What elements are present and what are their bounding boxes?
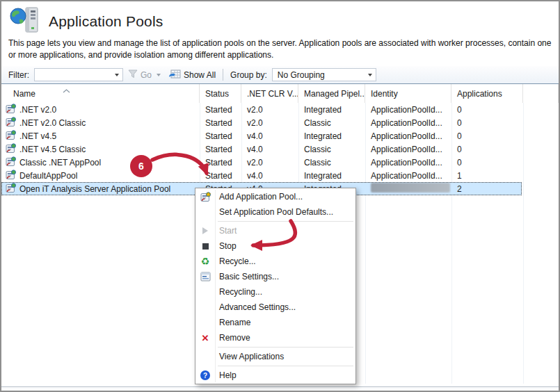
menu-item-label: Rename: [219, 318, 250, 327]
sort-ascending-icon: [63, 85, 70, 95]
iis-application-pools-page: Application Pools This page lets you vie…: [0, 0, 560, 392]
cell-pipeline: Integrated: [298, 131, 365, 141]
chevron-down-icon[interactable]: [115, 74, 119, 76]
menu-item-rename[interactable]: Rename: [195, 315, 355, 330]
cell-clr: v2.0: [241, 105, 298, 115]
cell-applications: 0: [451, 131, 523, 141]
app-pool-name: Open iT Analysis Server Application Pool: [19, 184, 170, 194]
app-pool-name: DefaultAppPool: [19, 171, 77, 181]
menu-item-recycle[interactable]: ♻Recycle...: [195, 254, 355, 269]
show-all-button[interactable]: Show All: [168, 69, 216, 81]
column-header-name[interactable]: Name: [1, 84, 200, 103]
menu-item-start[interactable]: Start: [195, 223, 355, 238]
menu-item-label: Basic Settings...: [219, 272, 279, 281]
basic-settings-icon: [195, 269, 215, 284]
menu-item-label: Set Application Pool Defaults...: [219, 207, 333, 217]
cell-clr: v2.0: [241, 118, 298, 128]
cell-applications: 0: [451, 105, 523, 115]
cell-status: Started: [200, 131, 241, 141]
app-pool-name: .NET v4.5: [19, 131, 56, 141]
cell-pipeline: Classic: [298, 158, 365, 168]
go-chevron-down-icon[interactable]: [157, 74, 161, 76]
column-header-status[interactable]: Status: [200, 84, 241, 103]
chevron-down-icon[interactable]: [368, 74, 372, 76]
cell-identity: [365, 183, 451, 195]
menu-icon-blank: [195, 315, 215, 330]
page-header: Application Pools: [8, 6, 163, 37]
table-row[interactable]: .NET v2.0Startedv2.0IntegratedApplicatio…: [1, 103, 522, 116]
cell-clr: v4.0: [241, 131, 298, 141]
cell-status: Started: [200, 171, 241, 181]
cell-identity: ApplicationPoolId...: [365, 158, 451, 168]
toolbar-separator: [223, 69, 223, 81]
column-header-identity[interactable]: Identity: [365, 84, 451, 103]
cell-applications: 0: [451, 158, 523, 168]
menu-item-remove[interactable]: ✕Remove: [195, 330, 355, 345]
menu-item-label: Start: [219, 226, 237, 236]
menu-item-recycling[interactable]: Recycling...: [195, 284, 355, 300]
menu-item-label: Remove: [219, 333, 250, 343]
filter-funnel-icon: [128, 70, 138, 81]
cell-pipeline: Integrated: [298, 105, 365, 115]
show-all-grid-icon: [168, 69, 181, 81]
app-pool-name: .NET v2.0 Classic: [19, 118, 86, 128]
cell-clr: v4.0: [241, 171, 298, 181]
column-header-blank: [523, 84, 559, 103]
table-row[interactable]: Classic .NET AppPoolStartedv2.0ClassicAp…: [1, 156, 522, 169]
stop-icon: [195, 238, 215, 254]
menu-item-stop[interactable]: Stop: [195, 238, 355, 254]
cell-status: Started: [200, 105, 241, 115]
menu-separator: [218, 347, 353, 348]
redacted-identity: [371, 183, 450, 193]
context-menu: Add Application Pool...Set Application P…: [195, 188, 356, 384]
cell-pipeline: Classic: [298, 118, 365, 128]
list-bottom-edge: [1, 386, 559, 392]
recycle-icon: ♻: [195, 254, 215, 269]
menu-item-add-application-pool[interactable]: Add Application Pool...: [195, 189, 355, 204]
menu-item-help[interactable]: ?Help: [195, 368, 355, 383]
column-header-clr-version[interactable]: .NET CLR V...: [241, 84, 298, 103]
menu-separator: [218, 221, 353, 222]
list-header: Name Status .NET CLR V... Managed Pipel.…: [1, 84, 559, 103]
menu-item-advanced-settings[interactable]: Advanced Settings...: [195, 300, 355, 315]
menu-item-label: Advanced Settings...: [219, 302, 296, 312]
table-row[interactable]: .NET v2.0 ClassicStartedv2.0ClassicAppli…: [1, 116, 522, 129]
app-pool-icon: [6, 183, 16, 195]
menu-icon-blank: [195, 284, 215, 300]
iis-server-globe-icon: [8, 6, 39, 37]
cell-clr: v4.0: [241, 145, 298, 154]
go-button[interactable]: Go: [128, 70, 152, 81]
table-row[interactable]: .NET v4.5Startedv4.0IntegratedApplicatio…: [1, 129, 522, 142]
menu-icon-blank: [195, 300, 215, 315]
cell-status: Started: [200, 158, 241, 168]
cell-applications: 0: [451, 145, 523, 154]
menu-icon-blank: [195, 204, 215, 220]
cell-pipeline: Integrated: [298, 171, 365, 181]
go-label: Go: [141, 70, 152, 80]
table-row[interactable]: DefaultAppPoolStartedv4.0IntegratedAppli…: [1, 169, 522, 182]
group-by-combobox[interactable]: No Grouping: [272, 68, 376, 81]
app-pool-name: .NET v4.5 Classic: [19, 145, 86, 154]
menu-item-set-application-pool-defaults[interactable]: Set Application Pool Defaults...: [195, 204, 355, 220]
add-app-pool-icon: [195, 189, 215, 204]
column-header-pipeline[interactable]: Managed Pipel...: [298, 84, 365, 103]
group-by-value: No Grouping: [278, 70, 325, 80]
filter-combobox[interactable]: [34, 68, 123, 81]
menu-item-label: Recycling...: [219, 287, 262, 297]
menu-separator: [218, 366, 353, 366]
cell-applications: 0: [451, 118, 523, 128]
column-header-applications[interactable]: Applications: [451, 84, 523, 103]
menu-item-label: Add Application Pool...: [219, 192, 303, 202]
menu-icon-blank: [195, 349, 215, 364]
app-pool-icon: [6, 170, 16, 182]
cell-identity: ApplicationPoolId...: [365, 105, 451, 115]
menu-item-label: View Applications: [219, 352, 284, 361]
cell-applications: 1: [451, 171, 523, 181]
menu-item-view-applications[interactable]: View Applications: [195, 349, 355, 364]
table-row[interactable]: .NET v4.5 ClassicStartedv4.0ClassicAppli…: [1, 142, 522, 156]
app-pool-icon: [6, 130, 16, 142]
cell-status: Started: [200, 118, 241, 128]
menu-item-basic-settings[interactable]: Basic Settings...: [195, 269, 355, 284]
show-all-label: Show All: [184, 70, 216, 80]
feature-toolbar: Filter: Go: [1, 66, 559, 84]
